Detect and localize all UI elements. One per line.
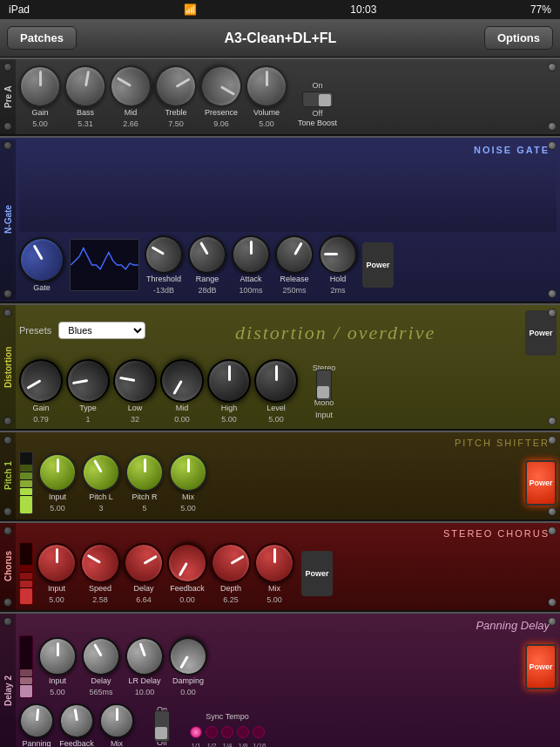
sync-dot-3[interactable]	[237, 726, 249, 738]
mid-knob[interactable]	[102, 58, 159, 115]
dist-gain-knob[interactable]	[11, 351, 71, 411]
dist-mid-knob[interactable]	[152, 351, 212, 411]
pitch-mix-knob[interactable]	[169, 453, 207, 492]
d2-power-switch[interactable]: Power	[525, 644, 557, 689]
ng-power-switch[interactable]: Power	[362, 242, 394, 288]
chorus-header: STEREO CHORUS	[19, 528, 557, 539]
hold-knob[interactable]	[319, 235, 357, 274]
gain-knob-item: Gain 5.00	[19, 65, 61, 128]
d2-feedback-knob[interactable]	[57, 701, 97, 741]
ng-waveform	[70, 239, 139, 291]
chorus-delay-label: Delay	[133, 585, 153, 594]
stereo-mono-toggle[interactable]	[316, 370, 332, 401]
dist-high-label: High	[221, 404, 238, 413]
ng-screw-tr	[548, 141, 557, 150]
chorus-mix-knob[interactable]	[254, 543, 294, 583]
d2-panning-item: Panning 5.04	[19, 703, 54, 747]
d2-input-label: Input	[49, 677, 66, 686]
dist-preset-bar: Presets Blues	[19, 322, 145, 339]
dist-gain-label: Gain	[32, 404, 49, 413]
pitch-power-switch[interactable]: Power	[525, 460, 557, 506]
presence-label: Presence	[205, 109, 238, 118]
d2-panning-label: Panning	[22, 740, 51, 747]
wifi-icon: 📶	[184, 3, 197, 16]
presence-knob[interactable]	[192, 58, 250, 115]
volume-knob[interactable]	[246, 65, 287, 107]
dist-type-knob[interactable]	[63, 356, 113, 406]
sync-dot-0[interactable]	[190, 726, 202, 738]
gate-knob-item: Gate	[19, 237, 64, 293]
sync-dot-1[interactable]	[206, 726, 218, 738]
dist-low-item: Low 32	[113, 359, 157, 424]
d2-mix-knob[interactable]	[99, 703, 134, 738]
chorus-depth-value: 6.25	[223, 595, 239, 604]
d2-power-light: Power	[525, 644, 557, 689]
d2-input-knob[interactable]	[38, 637, 77, 676]
pitch-screw-br	[548, 507, 557, 516]
pitch-r-item: Pitch R 5	[125, 453, 164, 513]
dist-screw-br	[548, 417, 557, 425]
sync-dot-4[interactable]	[253, 726, 265, 738]
treble-knob[interactable]	[147, 58, 205, 115]
d2-lrdelay-knob[interactable]	[120, 632, 169, 681]
dist-high-item: High 5.00	[207, 359, 251, 424]
chorus-depth-knob[interactable]	[204, 535, 259, 590]
volume-value: 5.00	[259, 119, 274, 128]
chorus-meter-2	[20, 581, 32, 587]
chorus-screw-tr	[548, 526, 557, 535]
release-knob[interactable]	[268, 228, 320, 281]
dist-content: Presets Blues distortion / overdrive Pow…	[16, 305, 560, 429]
d2-delay-knob[interactable]	[75, 630, 127, 682]
screw-br	[548, 122, 557, 131]
threshold-knob[interactable]	[138, 228, 190, 281]
pitch-l-knob[interactable]	[75, 446, 127, 499]
patches-button[interactable]: Patches	[7, 26, 77, 50]
attack-knob[interactable]	[232, 235, 270, 274]
chorus-power-switch[interactable]: Power	[301, 551, 333, 596]
tone-boost-thumb	[319, 94, 331, 106]
range-knob[interactable]	[181, 228, 233, 281]
range-knob-item: Range 28dB	[188, 235, 226, 295]
dist-high-value: 5.00	[221, 415, 237, 424]
dist-screw-tr	[548, 309, 557, 317]
d2-lrdelay-value: 10.00	[135, 688, 155, 696]
ng-side-label: N-Gate	[0, 139, 16, 300]
distortion-panel: Distortion Presets Blues distortion / ov…	[0, 303, 560, 431]
preamp-panel: Pre A Gain 5.00 Bass 5.31 Mid	[0, 58, 560, 136]
dist-level-item: Level 5.00	[254, 359, 298, 424]
attack-knob-item: Attack 100ms	[232, 235, 270, 295]
tone-boost-label: Tone Boost	[298, 119, 337, 128]
chorus-input-knob[interactable]	[37, 543, 77, 583]
sync-toggle[interactable]	[154, 710, 170, 742]
noisegate-panel: N-Gate NOISE GATE Gate Threshold -	[0, 136, 560, 303]
gate-knob[interactable]	[10, 228, 72, 290]
tempo-label-1: 1/2	[206, 742, 218, 747]
meter-seg-5	[20, 465, 32, 472]
gain-knob[interactable]	[19, 65, 61, 107]
d2-panning-knob[interactable]	[17, 702, 55, 739]
sync-dot-2[interactable]	[221, 726, 233, 738]
preset-select[interactable]: Blues	[58, 322, 145, 339]
volume-label: Volume	[253, 109, 280, 118]
chorus-delay-knob[interactable]	[117, 535, 172, 590]
input-label: Input	[315, 411, 333, 419]
d2-damping-knob[interactable]	[162, 630, 214, 682]
tone-boost-toggle[interactable]	[302, 92, 334, 107]
pitch-input-knob[interactable]	[38, 453, 77, 492]
presence-value: 9.06	[213, 119, 229, 128]
mid-knob-item: Mid 2.66	[110, 65, 152, 128]
options-button[interactable]: Options	[484, 26, 553, 50]
pitch-r-knob[interactable]	[125, 453, 164, 492]
chorus-feedback-knob[interactable]	[160, 535, 215, 590]
bass-knob[interactable]	[61, 62, 110, 111]
dist-high-knob[interactable]	[207, 359, 251, 403]
gain-value: 5.00	[32, 119, 48, 128]
bass-knob-item: Bass 5.31	[64, 65, 106, 128]
chorus-speed-label: Speed	[89, 585, 111, 594]
dist-low-knob[interactable]	[110, 356, 160, 406]
d2-input-value: 5.00	[50, 688, 65, 696]
chorus-speed-knob[interactable]	[73, 535, 128, 590]
threshold-knob-item: Threshold -13dB	[145, 235, 183, 295]
pitch-r-value: 5	[142, 504, 146, 513]
dist-level-knob[interactable]	[254, 359, 298, 403]
